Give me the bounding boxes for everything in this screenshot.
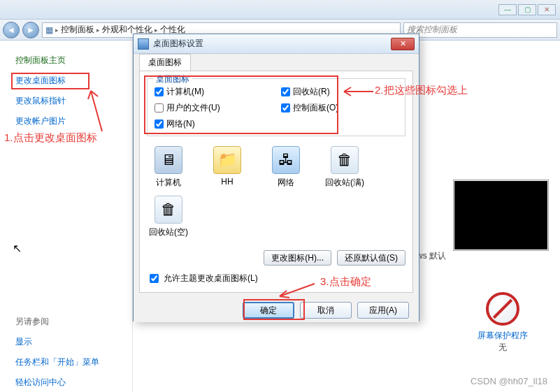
cancel-button[interactable]: 取消 bbox=[300, 302, 352, 319]
checkbox-label: 回收站(R) bbox=[293, 86, 330, 98]
dialog-title: 桌面图标设置 bbox=[153, 38, 387, 50]
dialog-icon bbox=[138, 38, 149, 50]
icon-label: HH bbox=[206, 177, 249, 187]
group-legend: 桌面图标 bbox=[153, 73, 192, 85]
icon-item-recycle-empty[interactable]: 🗑回收站(空) bbox=[147, 196, 190, 238]
dialog-close-button[interactable]: ✕ bbox=[391, 38, 415, 50]
sidebar: 控制面板主页 更改桌面图标 更改鼠标指针 更改帐户图片 另请参阅 显示 任务栏和… bbox=[0, 41, 133, 392]
icon-label: 回收站(满) bbox=[323, 177, 366, 189]
icon-item-user[interactable]: 📁HH bbox=[206, 146, 249, 189]
close-button[interactable]: ✕ bbox=[538, 4, 556, 15]
sidebar-link-taskbar-start[interactable]: 任务栏和「开始」菜单 bbox=[15, 356, 132, 368]
checkbox-control-panel[interactable]: 控制面板(O) bbox=[281, 102, 398, 114]
breadcrumb-sep: ▸ bbox=[96, 27, 100, 34]
icon-item-computer[interactable]: 🖥计算机 bbox=[147, 146, 190, 189]
breadcrumb-sep: ▸ bbox=[55, 27, 59, 34]
sidebar-link-change-mouse-pointers[interactable]: 更改鼠标指针 bbox=[15, 95, 132, 107]
breadcrumb-sep: ▸ bbox=[155, 27, 158, 34]
desktop-icon-settings-dialog: 桌面图标设置 ✕ 桌面图标 桌面图标 计算机(M) 回收站(R) 用户的文件(U… bbox=[133, 34, 419, 321]
breadcrumb-root-icon: ▦ bbox=[45, 25, 53, 35]
checkbox-user-files[interactable]: 用户的文件(U) bbox=[155, 102, 271, 114]
dialog-footer: 确定 取消 应用(A) bbox=[134, 298, 419, 322]
allow-themes-label: 允许主题更改桌面图标(L) bbox=[164, 273, 258, 284]
sidebar-see-also-header: 另请参阅 bbox=[15, 316, 132, 328]
screensaver-preview bbox=[454, 180, 548, 250]
no-screensaver-icon bbox=[486, 292, 519, 326]
tab-desktop-icons[interactable]: 桌面图标 bbox=[139, 54, 191, 71]
checkbox-recycle-input[interactable] bbox=[281, 87, 290, 96]
allow-themes-checkbox[interactable] bbox=[150, 274, 159, 283]
nav-forward-button[interactable]: ► bbox=[22, 22, 39, 38]
window-titlebar: — ▢ ✕ bbox=[0, 0, 560, 20]
change-icon-button[interactable]: 更改图标(H)... bbox=[264, 250, 331, 266]
checkbox-cpanel-input[interactable] bbox=[281, 103, 290, 112]
icon-label: 计算机 bbox=[147, 177, 190, 189]
cursor-icon: ↖ bbox=[13, 242, 22, 255]
checkbox-recycle-bin[interactable]: 回收站(R) bbox=[281, 86, 398, 98]
minimize-button[interactable]: — bbox=[498, 4, 517, 15]
dialog-body: 桌面图标 计算机(M) 回收站(R) 用户的文件(U) 控制面板(O) 网络(N… bbox=[139, 71, 413, 293]
recycle-empty-icon: 🗑 bbox=[155, 196, 182, 224]
checkbox-label: 计算机(M) bbox=[166, 86, 204, 98]
apply-button[interactable]: 应用(A) bbox=[357, 302, 409, 319]
icon-item-recycle-full[interactable]: 🗑回收站(满) bbox=[323, 146, 366, 189]
sidebar-header: 控制面板主页 bbox=[15, 55, 132, 66]
sidebar-link-change-account-picture[interactable]: 更改帐户图片 bbox=[15, 115, 132, 127]
sidebar-link-display[interactable]: 显示 bbox=[15, 336, 132, 348]
checkbox-computer[interactable]: 计算机(M) bbox=[155, 86, 271, 98]
checkbox-label: 网络(N) bbox=[166, 118, 195, 130]
sidebar-link-change-desktop-icons[interactable]: 更改桌面图标 bbox=[15, 75, 132, 87]
ok-button[interactable]: 确定 bbox=[243, 302, 294, 319]
network-icon: 🖧 bbox=[272, 146, 300, 174]
checkbox-label: 用户的文件(U) bbox=[166, 102, 220, 114]
icon-preview-grid: 🖥计算机 📁HH 🖧网络 🗑回收站(满) 🗑回收站(空) bbox=[147, 146, 405, 238]
screensaver-value: 无 bbox=[454, 342, 552, 354]
recycle-full-icon: 🗑 bbox=[331, 146, 359, 174]
search-input[interactable]: 搜索控制面板 bbox=[403, 22, 557, 38]
checkbox-userfiles-input[interactable] bbox=[155, 103, 164, 112]
checkbox-network[interactable]: 网络(N) bbox=[155, 118, 271, 130]
folder-icon: 📁 bbox=[213, 146, 241, 174]
icon-label: 回收站(空) bbox=[147, 226, 190, 238]
screensaver-label[interactable]: 屏幕保护程序 bbox=[454, 330, 552, 342]
watermark: CSDN @hh07_ll18 bbox=[471, 376, 547, 386]
checkbox-network-input[interactable] bbox=[155, 119, 164, 129]
checkbox-computer-input[interactable] bbox=[155, 87, 164, 96]
restore-defaults-button[interactable]: 还原默认值(S) bbox=[337, 250, 405, 266]
desktop-icons-group: 桌面图标 计算机(M) 回收站(R) 用户的文件(U) 控制面板(O) 网络(N… bbox=[147, 78, 405, 136]
checkbox-label: 控制面板(O) bbox=[293, 102, 338, 114]
breadcrumb-item[interactable]: 控制面板 bbox=[61, 24, 94, 36]
dialog-tab-row: 桌面图标 bbox=[134, 54, 419, 71]
computer-icon: 🖥 bbox=[155, 146, 182, 174]
dialog-titlebar: 桌面图标设置 ✕ bbox=[134, 34, 419, 54]
icon-item-network[interactable]: 🖧网络 bbox=[264, 146, 308, 189]
maximize-button[interactable]: ▢ bbox=[518, 4, 536, 15]
nav-back-button[interactable]: ◄ bbox=[3, 22, 20, 38]
icon-label: 网络 bbox=[264, 177, 308, 189]
sidebar-link-ease-of-access[interactable]: 轻松访问中心 bbox=[15, 377, 132, 389]
